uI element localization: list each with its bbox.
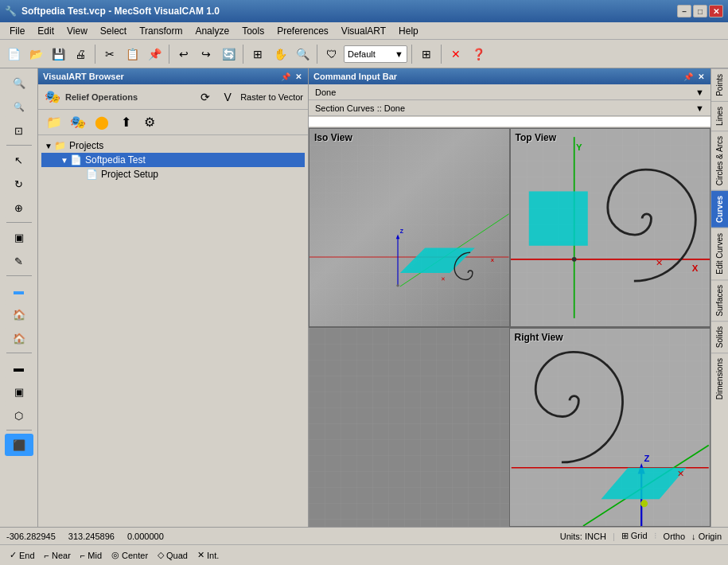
ortho-label[interactable]: Ortho — [664, 532, 686, 541]
grid-label[interactable]: ⊞ Grid — [621, 531, 648, 541]
tab-circles-arcs[interactable]: Circles & Arcs — [711, 131, 728, 190]
open-button[interactable]: 📂 — [25, 44, 46, 64]
snap-end[interactable]: ✓ End — [6, 550, 38, 560]
svg-marker-21 — [601, 468, 686, 499]
pin-button[interactable]: 📌 — [279, 72, 292, 81]
add-tool-button[interactable]: 📁 — [45, 113, 64, 132]
snap-center-label: Center — [122, 551, 148, 560]
layer-button[interactable]: ▬ — [5, 279, 33, 302]
zoom-button[interactable]: 🔍 — [292, 44, 313, 64]
cmd-pin-button[interactable]: 📌 — [682, 72, 695, 81]
snap-mid[interactable]: ⌐ Mid — [77, 551, 105, 560]
redo-button[interactable]: ↪ — [196, 44, 216, 64]
print-button[interactable]: 🖨 — [70, 44, 91, 64]
minimize-button[interactable]: – — [677, 5, 691, 18]
rotate-button[interactable]: ↻ — [5, 173, 33, 195]
doc-icon-ps: 📄 — [86, 169, 98, 180]
panel-header-buttons: 📌 ✕ — [279, 72, 303, 81]
origin-label[interactable]: ↓ Origin — [691, 532, 722, 541]
snap-center-icon: ◎ — [111, 550, 119, 560]
paste-button[interactable]: 📌 — [144, 44, 165, 64]
menu-visualart[interactable]: VisualART — [335, 24, 392, 38]
edit-button[interactable]: ✎ — [5, 250, 33, 272]
shading-button[interactable]: 🛡 — [321, 44, 342, 64]
snap-end-label: End — [19, 551, 35, 560]
tree-item-project-setup[interactable]: 📄 Project Setup — [41, 167, 305, 181]
rect-button[interactable]: ▬ — [5, 357, 33, 379]
top-viewport[interactable]: Top View Y — [510, 128, 711, 327]
menu-file[interactable]: File — [3, 24, 31, 38]
command-line-2: Section Curves :: Done ▼ — [309, 100, 710, 116]
stop-button[interactable]: ✕ — [446, 44, 466, 64]
cmd-close-button[interactable]: ✕ — [696, 72, 706, 81]
svg-rect-12 — [528, 191, 587, 245]
circle-tool-button[interactable]: ⬤ — [92, 113, 111, 132]
zoom-all-button[interactable]: ⊡ — [5, 119, 33, 142]
iso-viewport[interactable]: Iso View Z — [309, 128, 510, 327]
cmd-dropdown-1[interactable]: ▼ — [695, 88, 704, 97]
menu-edit[interactable]: Edit — [31, 24, 60, 38]
tab-surfaces[interactable]: Surfaces — [711, 279, 728, 321]
tab-dimensions[interactable]: Dimensions — [711, 353, 728, 404]
new-button[interactable]: 📄 — [3, 44, 24, 64]
close-button[interactable]: ✕ — [709, 5, 723, 18]
window-button[interactable]: ▣ — [5, 226, 33, 248]
menu-tools[interactable]: Tools — [236, 24, 271, 38]
copy-button[interactable]: 📋 — [122, 44, 142, 64]
grid-button[interactable]: ⊞ — [416, 44, 437, 64]
shape-button[interactable]: 🏠 — [5, 327, 33, 349]
menu-analyze[interactable]: Analyze — [189, 24, 236, 38]
raster-icon: ⟳ — [196, 88, 215, 107]
save-button[interactable]: 💾 — [48, 44, 68, 64]
svg-point-8 — [396, 284, 399, 286]
tab-points[interactable]: Points — [711, 68, 728, 101]
settings-tool-button[interactable]: ⚙ — [140, 113, 159, 132]
refresh-button[interactable]: 🔄 — [218, 44, 239, 64]
undo-button[interactable]: ↩ — [173, 44, 194, 64]
render-dropdown[interactable]: Default ▼ — [344, 45, 407, 63]
menu-help[interactable]: Help — [392, 24, 425, 38]
panel-close-button[interactable]: ✕ — [294, 72, 303, 81]
right-viewport[interactable]: Right View Z — [509, 328, 711, 527]
menu-transform[interactable]: Transform — [133, 24, 189, 38]
snap-near[interactable]: ⌐ Near — [41, 551, 74, 560]
snap-int[interactable]: ✕ Int. — [194, 550, 222, 560]
up-tool-button[interactable]: ⬆ — [116, 113, 135, 132]
cube-button[interactable]: ⬛ — [5, 434, 33, 456]
zoom-in-button[interactable]: 🔍 — [5, 72, 33, 94]
menu-select[interactable]: Select — [94, 24, 133, 38]
zoom-out-button[interactable]: 🔍 — [5, 95, 33, 118]
tree-root[interactable]: ▼ 📁 Projects — [41, 138, 305, 153]
command-text-input[interactable] — [309, 117, 710, 127]
cmd-dropdown-2[interactable]: ▼ — [695, 103, 704, 113]
tab-lines[interactable]: Lines — [711, 101, 728, 131]
help-button[interactable]: ❓ — [468, 44, 489, 64]
pan-button[interactable]: ✋ — [270, 44, 290, 64]
house-button[interactable]: 🏠 — [5, 303, 33, 325]
remove-tool-button[interactable]: 🎭 — [68, 113, 88, 132]
tab-curves[interactable]: Curves — [711, 190, 728, 228]
snap-int-icon: ✕ — [197, 550, 204, 560]
3dbox-button[interactable]: ⬡ — [5, 404, 33, 427]
tab-solids[interactable]: Solids — [711, 321, 728, 353]
snapbar: ✓ End ⌐ Near ⌐ Mid ◎ Center ◇ Quad ✕ Int… — [0, 544, 728, 565]
pan-left-button[interactable]: ⊕ — [5, 197, 33, 219]
cut-button[interactable]: ✂ — [99, 44, 120, 64]
tab-edit-curves[interactable]: Edit Curves — [711, 228, 728, 279]
app-title: 🔧 Softpedia Test.vcp - MecSoft VisualCAM… — [5, 6, 220, 17]
box-button[interactable]: ▣ — [5, 380, 33, 403]
vab-toolbar-relief: 🎭 Relief Operations ⟳ V Raster to Vector — [38, 84, 308, 110]
snap-quad[interactable]: ◇ Quad — [154, 550, 191, 560]
maximize-button[interactable]: □ — [693, 5, 707, 18]
menu-preferences[interactable]: Preferences — [271, 24, 335, 38]
svg-text:Z: Z — [400, 228, 403, 234]
svg-text:X: X — [691, 263, 698, 273]
view-options-button[interactable]: ⊞ — [247, 44, 268, 64]
snap-quad-icon: ◇ — [158, 550, 164, 560]
menu-view[interactable]: View — [60, 24, 94, 38]
select-button[interactable]: ↖ — [5, 149, 33, 171]
svg-marker-5 — [400, 248, 475, 273]
tree-item-softpedia[interactable]: ▼ 📄 Softpedia Test — [41, 153, 305, 167]
tree-item-label-softpedia: Softpedia Test — [85, 154, 146, 166]
snap-center[interactable]: ◎ Center — [108, 550, 151, 560]
